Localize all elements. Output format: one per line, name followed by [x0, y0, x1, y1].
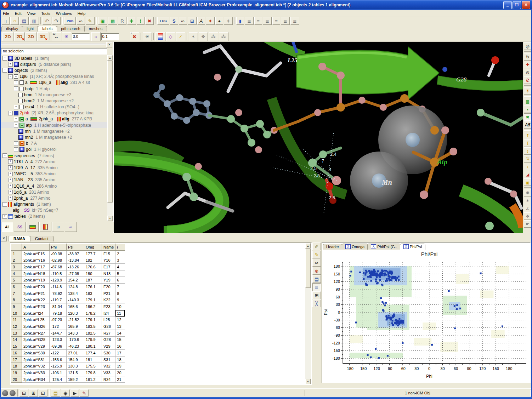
undo-icon[interactable]: ↶ — [43, 17, 51, 25]
tree-item-a[interactable]: +a2phk_aalig277 A KPB — [1, 116, 107, 122]
collapse-icon[interactable]: − — [2, 153, 7, 158]
row-number-cell[interactable]: 9 — [11, 303, 22, 310]
table-cell[interactable]: V29 — [102, 343, 115, 350]
selection-status-field[interactable]: no selection — [1, 48, 107, 55]
expand-icon[interactable]: + — [8, 184, 13, 188]
table-cell[interactable]: 143.3 — [67, 330, 84, 336]
table-cell[interactable]: 177.4 — [84, 350, 102, 357]
row-number-cell[interactable]: 18 — [11, 363, 22, 370]
center-view-icon[interactable]: ◎ — [524, 42, 532, 50]
row-number-cell[interactable]: 4 — [11, 270, 22, 277]
table-cell[interactable]: 12 — [115, 317, 125, 323]
table-cell[interactable]: 159.2 — [67, 376, 84, 383]
labels-3d-off-icon[interactable]: 3D✕ — [37, 32, 48, 41]
table-cell[interactable]: 2phk.a/^R34 — [22, 376, 50, 383]
stereo-icon[interactable]: S — [170, 17, 178, 25]
expand-icon[interactable]: + — [8, 159, 13, 164]
table-cell[interactable]: S30 — [102, 350, 115, 357]
table-cell[interactable]: 7 — [115, 284, 125, 290]
compress-display-icon[interactable]: ⇅ — [524, 155, 532, 163]
grab-icon[interactable]: ☛ — [524, 220, 532, 228]
table-cell[interactable]: -81.04 — [50, 303, 67, 310]
tree-item-1TKI_A_4[interactable]: +1TKI_A_4272 Amino — [1, 159, 107, 165]
3d-viewport[interactable]: L25G28MnAtp2.472.5.42.82.6 — [114, 42, 523, 233]
tablegrid-icon[interactable] — [8, 214, 13, 219]
table-cell[interactable]: -123.3 — [50, 336, 67, 343]
move-display-up-icon[interactable]: ↥ — [524, 132, 532, 139]
expand-icon[interactable]: + — [14, 141, 18, 146]
tree-item-tables[interactable]: +tables(2 items) — [1, 213, 107, 220]
tree-item-1WFC__5[interactable]: +1WFC__5353 Amino — [1, 171, 107, 177]
invert-selection-icon[interactable]: ! — [137, 17, 145, 25]
table-cell[interactable]: E23 — [102, 303, 115, 310]
angle-value-input[interactable] — [72, 33, 90, 40]
table-cell[interactable]: 2phk.a/^Y19 — [22, 277, 50, 284]
row-number-cell[interactable]: 6 — [11, 284, 22, 290]
table-cell[interactable]: 2phk.a/^S31 — [22, 356, 50, 363]
plot-tab-phi-psi-g-[interactable]: ╳Phi/Psi (G.. — [367, 244, 401, 250]
shiny-spheres-icon[interactable]: ● — [215, 17, 223, 25]
table-cell[interactable]: I24 — [102, 310, 115, 317]
table-scroll-thumb[interactable] — [305, 249, 311, 288]
gap-down-icon[interactable]: ≡ — [272, 17, 280, 25]
table-cell[interactable]: 2phk.a/^V33 — [22, 370, 50, 376]
dihedral-icon[interactable]: ≈ — [91, 32, 101, 41]
close-button[interactable]: ✕ — [522, 1, 530, 9]
table-cell[interactable]: R27 — [102, 330, 115, 336]
table-cell[interactable]: 27.01 — [67, 350, 84, 357]
clash-icon[interactable]: ✺ — [524, 189, 532, 196]
translate-icon[interactable]: ✚ — [524, 61, 532, 68]
electrostatics-icon[interactable]: ◢ — [524, 171, 532, 178]
gap-top-icon[interactable]: ≣ — [245, 17, 254, 25]
expand-icon[interactable]: + — [8, 178, 13, 182]
expand-icon[interactable]: + — [14, 117, 18, 121]
scroll-up-icon[interactable]: ▲ — [305, 243, 311, 249]
table-cell[interactable]: V33 — [102, 370, 115, 376]
menu-view[interactable]: View — [24, 11, 39, 16]
column-header-A[interactable]: A — [22, 244, 50, 251]
checkbox-icon[interactable] — [18, 93, 23, 97]
tree-item-1ql6_a[interactable]: +1ql6_a281 Amino — [1, 189, 107, 195]
collapse-icon[interactable]: − — [8, 74, 13, 79]
menu-windows[interactable]: Windows — [53, 11, 75, 16]
checkbox-icon[interactable] — [19, 80, 24, 85]
angle-icon[interactable]: ✳ — [62, 32, 71, 41]
merge-objects-icon[interactable]: ⁂ — [209, 32, 218, 41]
orangebox-icon[interactable] — [19, 141, 24, 146]
tree-item-atp[interactable]: +atp1 H adenosine-5'-triphosphate — [1, 122, 107, 128]
checkbox-icon[interactable] — [19, 87, 24, 91]
angle-tool-icon[interactable]: ∠ — [524, 205, 532, 212]
collapse-icon[interactable]: − — [2, 56, 7, 61]
toolbar-tab-light[interactable]: light — [22, 26, 38, 32]
table-cell[interactable]: -82.98 — [50, 257, 67, 264]
display-box-icon[interactable]: ◇ — [166, 32, 175, 41]
table-cell[interactable]: 176.1 — [84, 284, 102, 290]
sphere-icon[interactable] — [8, 56, 13, 61]
toolbar-tab-pdb-search[interactable]: pdb search — [56, 26, 85, 32]
table-cell[interactable]: K22 — [102, 297, 115, 303]
table-cell[interactable]: 2phk.a/^E20 — [22, 284, 50, 290]
table-cell[interactable]: 21 — [115, 376, 125, 383]
table-cell[interactable]: 186.2 — [84, 303, 102, 310]
table-cell[interactable]: -110.5 — [50, 270, 67, 277]
expand-icon[interactable]: + — [8, 190, 13, 194]
labels-2d-icon[interactable]: 2D — [2, 32, 13, 41]
stereo-toggle-icon[interactable] — [10, 390, 16, 396]
table-cell[interactable]: -78.92 — [50, 290, 67, 297]
table-cell[interactable]: -125.4 — [50, 376, 67, 383]
table-cell[interactable]: 183 — [84, 290, 102, 297]
multi-window-icon[interactable]: ⊞ — [188, 17, 197, 25]
row-number-cell[interactable]: 3 — [11, 264, 22, 270]
convert-object-icon[interactable]: ✶ — [189, 32, 198, 41]
zoom-icon[interactable]: ⊙ — [524, 69, 532, 76]
bluebox-icon[interactable]: − — [14, 111, 18, 115]
tree-item-1ql6[interactable]: −−1ql6[1] XR; 2.4Å; phosphorylase kinas — [1, 74, 107, 80]
row-number-cell[interactable]: 17 — [11, 356, 22, 363]
save-copy-icon[interactable]: ▥ — [29, 17, 39, 25]
tree-item-gol[interactable]: +gol1 H glycerol — [1, 147, 107, 153]
table-cell[interactable]: 9 — [115, 297, 125, 303]
surface-icon[interactable]: ❖ — [524, 212, 532, 220]
tree-item-objects[interactable]: −objects(2 items) — [1, 67, 107, 73]
residue-labels-icon[interactable]: A5 — [524, 121, 532, 129]
table-cell[interactable]: S31 — [102, 356, 115, 363]
